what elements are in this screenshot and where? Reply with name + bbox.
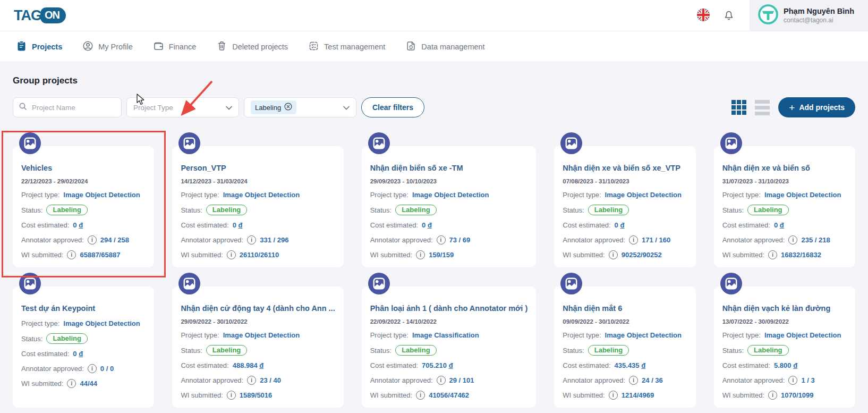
annotator-approved-value: 294 / 258 <box>100 236 129 244</box>
user-menu[interactable]: Phạm Nguyên Bình contact@tagon.ai <box>750 0 868 31</box>
info-icon[interactable]: i <box>247 235 256 245</box>
status-label: Status: <box>370 347 392 355</box>
currency-symbol: đ <box>641 361 645 369</box>
project-type-value: Image Object Detection <box>63 191 140 199</box>
project-title[interactable]: Phân loại ảnh 1 ( dành cho Annotator mới… <box>370 304 528 313</box>
info-icon[interactable]: i <box>88 235 97 245</box>
project-card[interactable]: Nhận diện mắt 6 09/09/2022 - 30/10/2022 … <box>554 286 695 408</box>
annotator-approved-label: Annotator approved: <box>21 236 84 244</box>
info-icon[interactable]: i <box>416 391 425 400</box>
annotator-approved-label: Annotator approved: <box>181 236 243 244</box>
project-title[interactable]: Nhận diện mắt 6 <box>563 304 687 313</box>
wi-submitted-label: WI submitted: <box>563 251 605 259</box>
language-flag-button[interactable] <box>696 8 710 23</box>
status-label: Status: <box>722 206 744 214</box>
info-icon[interactable]: i <box>227 391 236 400</box>
project-card[interactable]: Phân loại ảnh 1 ( dành cho Annotator mới… <box>362 286 537 408</box>
project-type-label: Project type: <box>563 191 601 199</box>
info-icon[interactable]: i <box>416 250 425 259</box>
project-card[interactable]: Vehicles 22/12/2023 - 29/02/2024 Project… <box>13 146 154 267</box>
add-projects-button[interactable]: + Add projects <box>778 97 855 117</box>
main-nav: Projects My Profile Finance <box>0 31 868 62</box>
nav-item-finance[interactable]: Finance <box>153 40 197 53</box>
image-project-icon <box>560 273 582 294</box>
info-icon[interactable]: i <box>247 376 256 385</box>
cost-label: Cost estimated: <box>370 221 418 229</box>
annotator-approved-value: 23 / 40 <box>260 376 281 384</box>
info-icon[interactable]: i <box>67 250 76 259</box>
currency-symbol: đ <box>259 361 263 369</box>
status-label: Status: <box>181 206 202 214</box>
info-icon[interactable]: i <box>768 391 777 400</box>
status-label: Status: <box>563 206 584 214</box>
project-dates: 09/09/2022 - 30/10/2022 <box>563 318 687 325</box>
info-icon[interactable]: i <box>88 364 97 373</box>
project-type-value: Image Object Detection <box>63 319 140 327</box>
list-view-icon[interactable] <box>755 100 770 115</box>
cost-value: 0 đ <box>422 221 432 229</box>
cost-label: Cost estimated: <box>722 221 770 229</box>
status-label: Status: <box>181 347 202 355</box>
info-icon[interactable]: i <box>67 379 76 388</box>
trash-icon <box>216 40 227 53</box>
project-card[interactable]: Nhận diện vạch kẻ làn đường 13/07/2022 -… <box>714 286 855 408</box>
project-title[interactable]: Nhận diện cử động tay 4 (dành cho Ann ..… <box>181 304 335 313</box>
project-title[interactable]: Test dự án Keypoint <box>21 304 146 313</box>
clear-filters-button[interactable]: Clear filters <box>361 97 424 117</box>
info-icon[interactable]: i <box>437 235 446 245</box>
annotator-approved-label: Annotator approved: <box>370 236 433 244</box>
project-card[interactable]: Nhận diện cử động tay 4 (dành cho Ann ..… <box>172 286 343 408</box>
info-icon[interactable]: i <box>609 250 618 259</box>
cost-label: Cost estimated: <box>722 361 770 369</box>
notifications-button[interactable] <box>723 9 735 22</box>
logo-text: TAG <box>14 7 41 24</box>
info-icon[interactable]: i <box>227 250 236 259</box>
info-icon[interactable]: i <box>629 235 638 245</box>
project-card[interactable]: Nhận diện xe và biển số xe_VTP 07/08/202… <box>554 146 695 267</box>
tagon-logo[interactable]: TAG ON <box>14 7 66 24</box>
project-type-value: Image Object Detection <box>605 191 682 199</box>
project-type-select[interactable]: Project Type <box>126 97 239 117</box>
project-type-label: Project type: <box>370 191 409 199</box>
nav-label: Test management <box>324 43 385 51</box>
project-card[interactable]: Nhận diện xe và biển số 31/07/2023 - 31/… <box>714 146 855 267</box>
project-card[interactable]: Person_VTP 14/12/2023 - 31/03/2024 Proje… <box>172 146 343 267</box>
annotator-approved-label: Annotator approved: <box>181 376 243 384</box>
status-select[interactable]: Labeling <box>244 97 356 117</box>
cost-value: 0 đ <box>233 221 243 229</box>
project-card[interactable]: Nhận diện biển số xe -TM 29/09/2023 - 10… <box>362 146 537 267</box>
status-label: Status: <box>370 206 392 214</box>
info-icon[interactable]: i <box>437 376 446 385</box>
info-icon[interactable]: i <box>768 250 777 259</box>
info-icon[interactable]: i <box>629 376 638 385</box>
wi-submitted-value: 65887/65887 <box>80 251 120 259</box>
project-title[interactable]: Nhận diện xe và biển số xe_VTP <box>563 164 687 172</box>
remove-tag-icon[interactable] <box>284 103 292 112</box>
info-icon[interactable]: i <box>609 391 618 400</box>
project-card[interactable]: Test dự án Keypoint Project type: Image … <box>13 286 154 408</box>
project-name-search[interactable] <box>13 97 122 117</box>
nav-label: Data management <box>421 43 484 51</box>
nav-item-projects[interactable]: Projects <box>16 40 62 53</box>
project-title[interactable]: Person_VTP <box>181 164 335 172</box>
nav-item-test-management[interactable]: Test management <box>308 40 385 53</box>
search-input[interactable] <box>31 103 116 112</box>
currency-symbol: đ <box>793 361 797 369</box>
project-dates: 29/09/2022 - 30/10/2022 <box>181 318 335 325</box>
project-dates: 31/07/2023 - 31/10/2023 <box>722 178 847 184</box>
info-icon[interactable]: i <box>788 235 797 245</box>
info-icon[interactable]: i <box>788 376 797 385</box>
annotator-approved-value: 171 / 160 <box>642 236 670 244</box>
grid-view-icon[interactable] <box>731 100 746 115</box>
nav-item-data-management[interactable]: Data management <box>405 40 484 53</box>
project-title[interactable]: Nhận diện vạch kẻ làn đường <box>722 304 847 313</box>
status-label: Status: <box>722 347 744 355</box>
nav-item-my-profile[interactable]: My Profile <box>82 40 132 53</box>
status-label: Status: <box>21 335 42 343</box>
image-project-icon <box>19 132 41 154</box>
project-title[interactable]: Nhận diện xe và biển số <box>722 164 847 172</box>
project-title[interactable]: Vehicles <box>21 164 146 172</box>
uk-flag-icon <box>696 8 710 23</box>
nav-item-deleted-projects[interactable]: Deleted projects <box>216 40 288 53</box>
project-title[interactable]: Nhận diện biển số xe -TM <box>370 164 528 172</box>
